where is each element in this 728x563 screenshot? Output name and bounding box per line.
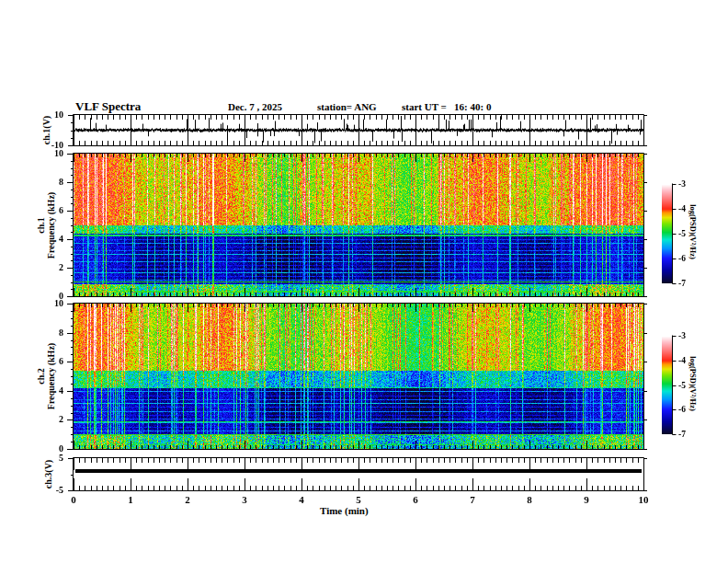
y-tick-label: -5 (36, 485, 63, 496)
y-tick-label: 2 (36, 414, 63, 425)
y-tick-label: 5 (36, 453, 63, 464)
x-tick-label: 9 (574, 494, 598, 505)
x-tick-label: 0 (62, 494, 85, 505)
colorbar-tick-label: -6 (678, 253, 700, 264)
y-tick-label: 10 (36, 298, 63, 309)
x-tick-label: 3 (233, 494, 256, 505)
date-label: Dec. 7 , 2025 (228, 101, 282, 112)
x-tick-label: 8 (518, 494, 541, 505)
colorbar-tick-label: -5 (678, 380, 700, 391)
y-tick-label: 8 (36, 177, 63, 188)
y-tick-label: 6 (36, 356, 63, 367)
page-title: VLF Spectra (75, 99, 141, 114)
colorbar-tick-label: -7 (678, 278, 700, 289)
colorbar-tick-label: -5 (678, 228, 700, 239)
ch1-waveform-plot (74, 115, 643, 145)
colorbar-tick-label: -3 (678, 330, 700, 341)
ch2-spectrogram-plot (74, 304, 643, 449)
x-tick-label: 6 (404, 494, 427, 505)
y-tick-label: 6 (36, 205, 63, 216)
y-tick-label: 2 (36, 262, 63, 273)
colorbar-ch2 (662, 336, 672, 434)
x-tick-label: 4 (290, 494, 313, 505)
x-tick-label: 10 (631, 494, 655, 505)
time-axis-label: Time (min) (320, 505, 369, 516)
colorbar-tick-label: -6 (678, 404, 700, 415)
colorbar-tick-label: -4 (678, 203, 700, 214)
x-tick-label: 1 (119, 494, 142, 505)
vlf-spectra-plot: VLF Spectra Dec. 7 , 2025 station= ANG s… (0, 0, 728, 563)
y-tick-label: 8 (36, 327, 63, 339)
start-ut-label: start UT = 16: 40: 0 (402, 101, 491, 112)
x-tick-label: 2 (176, 494, 199, 505)
x-tick-label: 7 (461, 494, 484, 505)
x-tick-label: 5 (347, 494, 370, 505)
y-tick-label: -10 (36, 140, 63, 151)
colorbar-tick-label: -4 (678, 355, 700, 366)
y-tick-label: 4 (36, 385, 63, 396)
ch1-frequency-axis-label: ch.1 Frequency (kHz) (36, 147, 56, 304)
y-tick-label: 4 (36, 234, 63, 245)
colorbar-tick-label: -7 (678, 429, 700, 440)
station-label: station= ANG (317, 101, 377, 112)
colorbar-tick-label: -3 (678, 178, 700, 190)
y-tick-label: 10 (36, 109, 63, 121)
colorbar-ch1 (662, 184, 672, 283)
ch1-spectrogram-plot (74, 154, 643, 296)
ch3-waveform-plot (74, 458, 643, 490)
